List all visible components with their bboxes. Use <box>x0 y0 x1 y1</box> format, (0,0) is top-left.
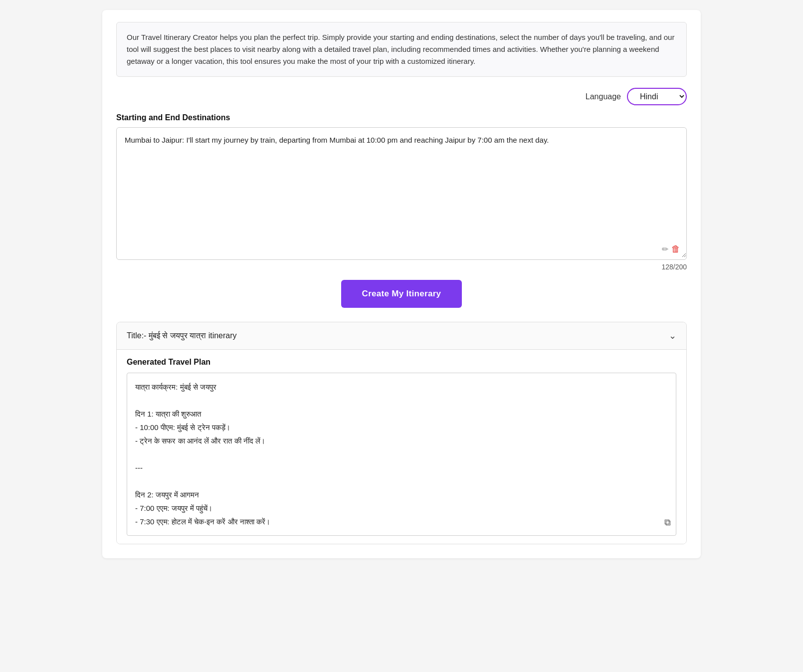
result-container: Title:- मुंबई से जयपुर यात्रा itinerary … <box>116 322 687 544</box>
plan-content-box[interactable]: यात्रा कार्यक्रम: मुंबई से जयपुर दिन 1: … <box>127 373 676 536</box>
result-title-bar: Title:- मुंबई से जयपुर यात्रा itinerary … <box>117 322 686 350</box>
create-btn-row: Create My Itinerary <box>116 280 687 308</box>
language-label: Language <box>586 92 621 101</box>
language-row: Language Hindi English Marathi Tamil Ben… <box>116 88 687 105</box>
main-container: Our Travel Itinerary Creator helps you p… <box>102 10 701 558</box>
plan-text: यात्रा कार्यक्रम: मुंबई से जयपुर दिन 1: … <box>135 383 270 526</box>
destinations-label: Starting and End Destinations <box>116 113 687 122</box>
language-select[interactable]: Hindi English Marathi Tamil Bengali <box>627 88 687 105</box>
textarea-icons: ✏ 🗑 <box>662 244 680 254</box>
description-text: Our Travel Itinerary Creator helps you p… <box>127 33 674 65</box>
description-box: Our Travel Itinerary Creator helps you p… <box>116 22 687 77</box>
trash-icon[interactable]: 🗑 <box>671 244 680 254</box>
destinations-textarea[interactable] <box>117 128 686 257</box>
char-count: 128/200 <box>116 263 687 271</box>
pencil-icon[interactable]: ✏ <box>662 244 668 254</box>
create-itinerary-button[interactable]: Create My Itinerary <box>341 280 462 308</box>
copy-icon[interactable]: ⧉ <box>664 514 671 530</box>
chevron-down-icon[interactable]: ⌄ <box>669 330 676 341</box>
destinations-wrapper: ✏ 🗑 <box>116 127 687 260</box>
generated-plan-section: Generated Travel Plan यात्रा कार्यक्रम: … <box>117 350 686 544</box>
result-title-text: Title:- मुंबई से जयपुर यात्रा itinerary <box>127 331 237 340</box>
generated-plan-label: Generated Travel Plan <box>127 358 676 367</box>
